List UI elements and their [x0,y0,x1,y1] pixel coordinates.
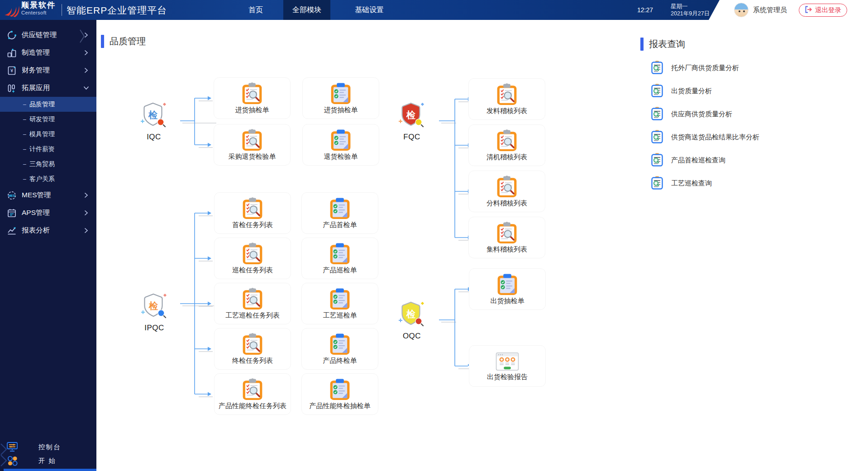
nav-tab-home[interactable]: 首页 [231,0,281,20]
flow-node-oqc: 检 OQC [391,301,432,341]
supply-chain-icon [6,30,17,40]
sidebar-subitem[interactable]: −三角贸易 [0,157,96,171]
flow-item-card[interactable]: 产品性能终检任务列表 [214,373,291,415]
shield-check-icon: 检 [141,293,168,321]
flow-item-card[interactable]: 终检任务列表 [214,328,291,370]
sidebar-subitem-label: 计件薪资 [29,145,55,153]
flow-item-label: 终检任务列表 [232,357,273,365]
flow-item-card[interactable]: 集料稽核列表 [468,217,545,258]
sidebar-subitem[interactable]: −品质管理 [0,97,96,112]
app-title: 智能ERP企业管理平台 [67,4,167,17]
flow-item-card[interactable]: 发料稽核列表 [468,78,545,120]
report-analysis-icon [6,226,17,236]
flow-node-fqc: 检 FQC [391,102,432,142]
inspection-list-icon [241,129,263,152]
flow-item-card[interactable]: 退货检验单 [302,124,379,166]
report-query-item[interactable]: 产品首检巡检查询 [640,149,858,172]
flow-item-card[interactable]: 产品性能终检抽检单 [301,373,378,415]
inspection-form-icon [329,243,351,265]
flow-item-label: 分料稽核列表 [486,199,527,208]
flow-item-card[interactable]: 产品终检单 [301,328,378,370]
report-query-label: 供货商送货品检结果比率分析 [671,133,759,142]
flow-node-ipqc: 检 IPQC [134,293,175,333]
flow-item-label: 退货检验单 [324,152,358,161]
aps-icon [6,208,17,218]
flow-item-label: 清机稽核列表 [486,153,527,162]
inspection-form-icon [496,273,519,296]
flow-item-card[interactable]: 采购退货检验单 [214,124,291,166]
flow-item-card[interactable]: 巡检任务列表 [214,238,291,279]
start-label: 开 始 [38,457,56,465]
report-query-item[interactable]: 工艺巡检查询 [640,172,858,195]
flow-item-card[interactable]: 出货检验报告 [469,345,546,387]
sidebar-bottom-strip [4,469,96,471]
svg-text:检: 检 [406,309,416,319]
report-query-item[interactable]: 供应商供货质量分析 [640,103,858,126]
chevron-right-icon [84,210,88,216]
report-query-icon [651,176,663,191]
sidebar-item-4[interactable]: 拓展应用 [0,79,96,97]
report-query-icon [651,107,663,122]
svg-text:检: 检 [148,110,158,120]
sidebar-item-label: 制造管理 [22,48,84,57]
report-query-icon [651,130,663,145]
flow-item-card[interactable]: 清机稽核列表 [468,124,545,166]
flow-item-card[interactable]: 产品首检单 [301,192,378,234]
logo-text: 顺景软件 Centersoft [21,1,56,15]
flow-item-label: 出货检验报告 [487,373,528,381]
sidebar-subitem[interactable]: −研发管理 [0,112,96,127]
clock-time: 12:27 [637,0,653,20]
dash-marker: − [23,161,27,168]
flow-node-label: FQC [403,133,420,142]
flow-item-card[interactable]: 出货抽检单 [469,268,546,310]
sidebar-item-7[interactable]: 报表分析 [0,222,96,239]
flow-item-card[interactable]: 工艺巡检任务列表 [214,283,291,324]
report-query-item[interactable]: 供货商送货品检结果比率分析 [640,126,858,149]
mes-icon: MES [6,190,17,200]
flow-item-card[interactable]: 分料稽核列表 [468,171,545,212]
report-query-icon [651,61,663,76]
nav-tab-basic-settings[interactable]: 基础设置 [341,0,397,20]
flow-column-ipqc-col2: 产品首检单 产品巡检单 工艺巡检单 产品终检单 产品性能终检抽检单 [301,192,378,415]
flow-item-label: 进货抽检单 [324,106,358,114]
logout-button[interactable]: 退出登录 [799,4,847,17]
flow-item-card[interactable]: 首检任务列表 [214,192,291,234]
sidebar-subitem[interactable]: −计件薪资 [0,142,96,157]
sidebar-item-3[interactable]: ¥财务管理 [0,62,96,79]
flow-item-card[interactable]: 产品巡检单 [301,238,378,279]
inspection-list-icon [496,129,518,152]
flow-column-iqc-col1: 进货抽检单 采购退货检验单 [214,77,291,166]
report-query-item[interactable]: 托外厂商供货质量分析 [640,57,858,80]
logout-label: 退出登录 [815,6,841,14]
svg-text:MES: MES [9,194,15,197]
sidebar-subitem-label: 研发管理 [29,115,55,124]
sidebar-subitem[interactable]: −客户关系 [0,171,96,186]
chevron-right-icon [84,67,88,73]
sidebar-subitem[interactable]: −模具管理 [0,127,96,142]
flow-column-ipqc-col1: 首检任务列表 巡检任务列表 工艺巡检任务列表 终检任务列表 产品性能终检任务列表 [214,192,291,415]
sidebar-subitem-label: 模具管理 [29,130,55,138]
flow-item-label: 集料稽核列表 [486,245,527,254]
flow-item-label: 工艺巡检单 [323,311,357,320]
shield-check-icon: 检 [140,102,167,130]
flow-item-card[interactable]: 进货抽检单 [214,77,291,119]
top-navbar: 顺景软件 Centersoft 智能ERP企业管理平台 首页 全部模块 基础设置… [0,0,868,20]
shield-check-icon: 检 [398,301,425,329]
dash-marker: − [23,146,27,153]
report-query-item[interactable]: 出货质量分析 [640,80,858,103]
flow-item-card[interactable]: 进货抽检单 [302,77,379,119]
flow-column-oqc-col: 出货抽检单 出货检验报告 [469,268,546,387]
start-button[interactable]: 开 始 [0,454,96,467]
report-query-icon [651,153,663,168]
sidebar-item-5[interactable]: MESMES管理 [0,186,96,204]
date-label: 2021年9月27日 [671,10,710,17]
chevron-right-icon [84,50,88,56]
console-button[interactable]: 控制台 [0,440,96,454]
nav-tab-all-modules[interactable]: 全部模块 [283,0,330,20]
inspection-form-icon [329,288,351,310]
sidebar-item-6[interactable]: APS管理 [0,204,96,222]
logout-icon [805,6,812,14]
sidebar-item-2[interactable]: 制造管理 [0,44,96,62]
flow-item-card[interactable]: 工艺巡检单 [301,283,378,324]
sidebar-item-1[interactable]: 供应链管理 [0,26,96,44]
